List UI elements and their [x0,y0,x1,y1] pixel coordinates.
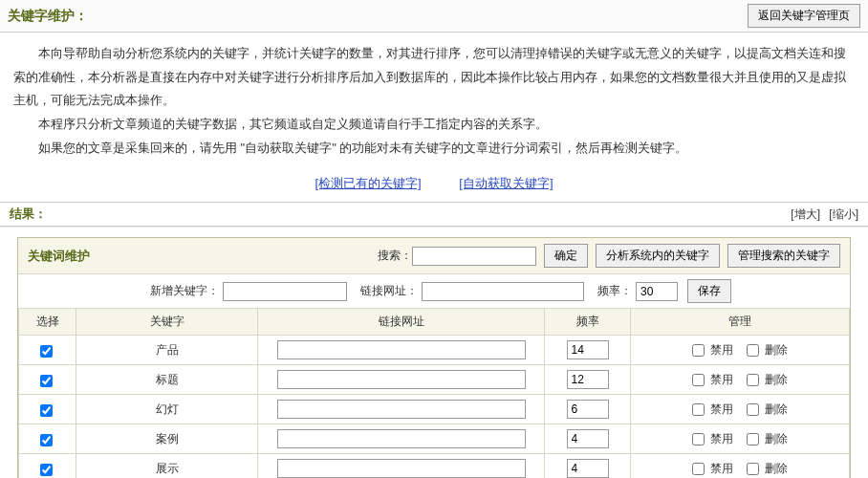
return-button[interactable]: 返回关键字管理页 [748,4,860,28]
delete-checkbox[interactable] [747,403,759,416]
shrink-link[interactable]: [缩小] [829,207,858,221]
page-header: 关键字维护： 返回关键字管理页 [0,0,868,33]
row-delete[interactable]: 删除 [747,462,788,475]
action-links: [检测已有的关键字] [自动获取关键字] [0,169,868,202]
row-link-input[interactable] [277,370,526,389]
panel-title: 关键词维护 [28,248,90,265]
add-freq-label: 频率： [597,283,632,299]
save-button[interactable]: 保存 [687,279,731,303]
th-keyword: 关键字 [76,309,258,336]
row-freq-input[interactable] [567,459,609,478]
th-link: 链接网址 [258,309,545,336]
disable-checkbox[interactable] [692,344,705,357]
row-freq-input[interactable] [567,370,609,389]
row-link-input[interactable] [277,340,526,359]
delete-checkbox[interactable] [747,374,759,386]
result-actions: [增大] [缩小] [785,206,858,223]
row-disable[interactable]: 禁用 [692,432,733,445]
disable-checkbox[interactable] [692,374,705,386]
table-row: 幻灯 禁用 删除 [19,395,850,424]
intro-p2: 本程序只分析文章频道的关键字数据，其它频道或自定义频道请自行手工指定内容的关系字… [13,113,855,137]
search-label: 搜索： [378,248,412,264]
th-select: 选择 [19,309,76,336]
auto-fetch-link[interactable]: [自动获取关键字] [459,176,553,190]
table-header-row: 选择 关键字 链接网址 频率 管理 [19,309,850,336]
row-disable[interactable]: 禁用 [692,462,733,475]
confirm-button[interactable]: 确定 [544,244,588,268]
scroll-area[interactable]: 关键词维护 搜索： 确定 分析系统内的关键字 管理搜索的关键字 新增关键字： 链… [0,227,868,478]
row-delete[interactable]: 删除 [747,432,788,445]
add-freq-input[interactable] [636,282,678,301]
manage-search-button[interactable]: 管理搜索的关键字 [727,244,840,268]
delete-checkbox[interactable] [747,463,759,475]
intro-text: 本向导帮助自动分析您系统内的关键字，并统计关键字的数量，对其进行排序，您可以清理… [0,33,868,169]
search-input[interactable] [412,247,536,266]
keyword-panel: 关键词维护 搜索： 确定 分析系统内的关键字 管理搜索的关键字 新增关键字： 链… [17,237,851,478]
disable-checkbox[interactable] [692,463,705,475]
row-disable[interactable]: 禁用 [692,402,733,416]
add-url-input[interactable] [422,282,584,301]
row-keyword: 产品 [76,336,258,365]
row-select-checkbox[interactable] [40,375,53,387]
intro-p1: 本向导帮助自动分析您系统内的关键字，并统计关键字的数量，对其进行排序，您可以清理… [13,42,855,113]
table-row: 案例 禁用 删除 [19,424,850,454]
row-select-checkbox[interactable] [40,404,53,417]
delete-checkbox[interactable] [747,433,759,445]
add-kw-label: 新增关键字： [150,283,219,299]
row-freq-input[interactable] [567,340,609,359]
page-title: 关键字维护： [8,8,88,25]
row-freq-input[interactable] [567,429,609,448]
row-delete[interactable]: 删除 [747,402,788,416]
add-kw-input[interactable] [223,282,347,301]
disable-checkbox[interactable] [692,433,705,445]
delete-checkbox[interactable] [747,344,759,357]
panel-head: 关键词维护 搜索： 确定 分析系统内的关键字 管理搜索的关键字 [18,238,850,273]
detect-link[interactable]: [检测已有的关键字] [315,176,421,190]
enlarge-link[interactable]: [增大] [791,207,820,221]
row-select-checkbox[interactable] [40,464,53,476]
row-delete[interactable]: 删除 [747,373,788,386]
row-disable[interactable]: 禁用 [692,373,733,386]
add-url-label: 链接网址： [360,283,418,299]
row-keyword: 标题 [76,365,258,395]
row-keyword: 幻灯 [76,395,258,424]
intro-p3: 如果您的文章是采集回来的，请先用 "自动获取关键字" 的功能对未有关键字的文章进… [13,137,855,161]
row-link-input[interactable] [277,429,526,448]
row-keyword: 案例 [76,424,258,454]
th-manage: 管理 [631,309,850,336]
table-row: 展示 禁用 删除 [19,454,850,478]
row-keyword: 展示 [76,454,258,478]
row-link-input[interactable] [277,459,526,478]
row-link-input[interactable] [277,400,526,419]
result-label: 结果： [10,206,47,223]
row-disable[interactable]: 禁用 [692,343,733,357]
table-row: 标题 禁用 删除 [19,365,850,395]
disable-checkbox[interactable] [692,403,705,416]
row-select-checkbox[interactable] [40,345,53,358]
table-row: 产品 禁用 删除 [19,336,850,365]
add-row: 新增关键字： 链接网址： 频率： 保存 [18,273,850,308]
keyword-table: 选择 关键字 链接网址 频率 管理 产品 禁用 删除标题 禁用 删除幻灯 禁用 … [18,308,850,478]
th-freq: 频率 [545,309,631,336]
row-delete[interactable]: 删除 [747,343,788,357]
result-bar: 结果： [增大] [缩小] [0,202,868,227]
row-freq-input[interactable] [567,400,609,419]
analyze-button[interactable]: 分析系统内的关键字 [596,244,720,268]
row-select-checkbox[interactable] [40,434,53,446]
